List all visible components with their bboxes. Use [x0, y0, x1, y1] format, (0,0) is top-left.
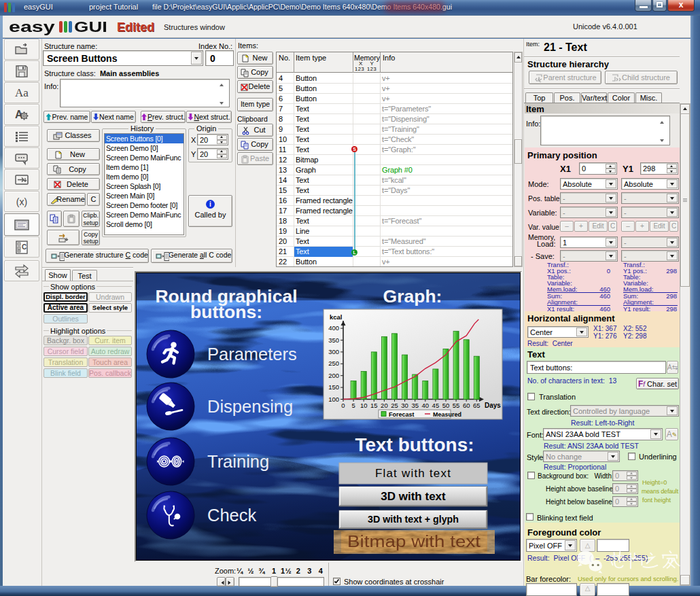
svg-text:100: 100 — [328, 396, 339, 403]
svg-text:200: 200 — [328, 372, 339, 379]
svg-text:kcal: kcal — [330, 313, 343, 321]
svg-text:150: 150 — [328, 383, 339, 391]
svg-text:C: C — [22, 243, 27, 251]
svg-text:250: 250 — [328, 360, 339, 367]
svg-text:20: 20 — [381, 402, 388, 409]
svg-text:Text buttons:: Text buttons: — [355, 434, 474, 455]
svg-text:55: 55 — [453, 402, 460, 409]
svg-text:0: 0 — [341, 402, 345, 409]
svg-text:Forecast: Forecast — [389, 411, 415, 418]
svg-text:Flat with text: Flat with text — [375, 467, 451, 480]
svg-text:buttons:: buttons: — [190, 302, 262, 322]
svg-text:10: 10 — [360, 402, 368, 409]
svg-text:Dispensing: Dispensing — [207, 397, 293, 416]
svg-text:Training: Training — [207, 452, 269, 471]
svg-text:350: 350 — [328, 336, 339, 344]
svg-text:50: 50 — [442, 402, 450, 409]
svg-text:400: 400 — [328, 324, 339, 332]
svg-text:40: 40 — [422, 402, 430, 409]
svg-text:300: 300 — [328, 348, 339, 355]
svg-text:35: 35 — [411, 402, 419, 409]
svg-text:Parameters: Parameters — [207, 345, 297, 364]
svg-text:Bitmap with text: Bitmap with text — [347, 533, 481, 550]
svg-text:5: 5 — [351, 402, 355, 409]
svg-text:Days: Days — [485, 402, 501, 409]
svg-text:30: 30 — [401, 402, 408, 409]
svg-text:45: 45 — [432, 402, 440, 409]
svg-text:3D with text: 3D with text — [381, 490, 446, 503]
svg-text:60: 60 — [463, 402, 470, 409]
svg-text:Check: Check — [207, 506, 257, 525]
svg-text:Measured: Measured — [433, 411, 461, 418]
svg-text:15: 15 — [370, 402, 378, 409]
svg-text:3D with text + glyph: 3D with text + glyph — [368, 514, 459, 525]
svg-text:25: 25 — [391, 402, 398, 409]
svg-text:Graph:: Graph: — [383, 286, 442, 306]
svg-text:65: 65 — [473, 402, 480, 409]
